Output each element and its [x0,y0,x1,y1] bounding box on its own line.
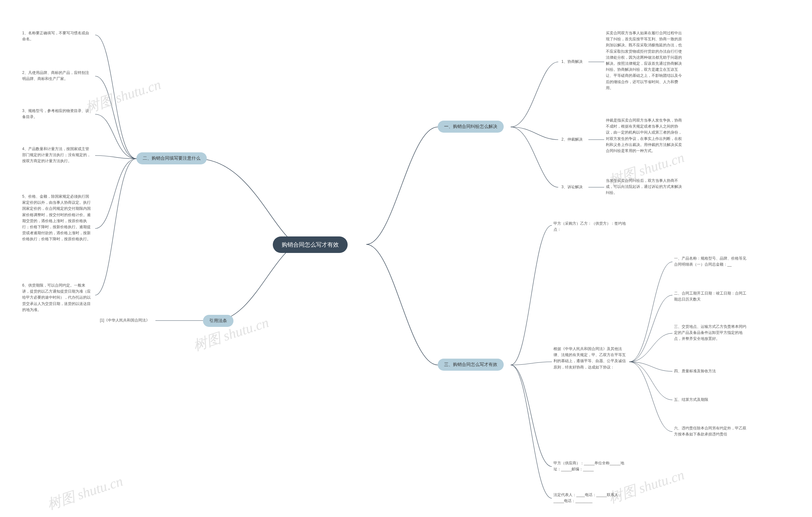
branch-n3[interactable]: 三、购销合同怎么写才有效 [438,359,504,371]
n3-item-c: 甲方（供应商）：_____单位全称_____地址：_____邮编：_____ [553,460,627,472]
n3-item-b-c4: 四、质量标准及验收方法 [674,368,716,374]
n2-item-c: 3、规格型号，参考相应的物资目录、设备目录。 [22,108,92,120]
ref-item-a: [1]《中华人民共和国合同法》 [100,317,150,323]
n3-item-b-intro: 根据《中华人民共和国合同法》及其他法律、法规的有关规定，甲、乙双方在平等互利的基… [553,346,627,371]
n1-item-a-desc: 买卖合同双方当事人如果在履行合同过程中出现了纠纷，首先应按平等互利、协商一致的原… [606,30,685,91]
watermark: 树图 shutu.cn [83,75,163,117]
branch-n1[interactable]: 一、购销合同纠纷怎么解决 [438,120,504,133]
n2-item-e: 5、价格、金额，除国家规定必须执行国家定价的以外，由当事人协商议定。执行国家定价… [22,194,92,243]
n3-item-b-c5: 五、结算方式及期限 [674,397,708,403]
n3-item-b-c3: 三、交货地点、运输方式乙方负责将本同约定的产品及备品备件运卸至甲方指定的地点，并… [674,324,747,342]
n3-item-d: 法定代表人：____电话：_____联系人：_____电话：________ [553,492,627,504]
center-node[interactable]: 购销合同怎么写才有效 [273,237,348,253]
n2-item-f: 6、供货期限，可以合同约定。一般来讲，提货的以乙方通知提货日期为准（应给甲方必要… [22,282,92,313]
n3-item-b-c1: 一、产品名称：规格型号、品牌、价格等见合同明细表（一）合同总金额：__ [674,255,747,268]
n1-item-c-label: 3、诉讼解决 [561,184,583,190]
n2-item-a: 1、名称要正确填写，不要写习惯名或自命名。 [22,30,92,42]
branch-n2[interactable]: 二、购销合同填写要注意什么 [136,152,207,164]
n3-item-a: 甲方（采购方）乙方：（供货方）：签约地点： [553,221,627,233]
n1-item-b-desc: 仲裁是指买卖合同双方当事人发生争执，协商不成时，根据有关规定或者当事人之间的协议… [606,117,685,154]
n1-item-a-label: 1、协商解决 [561,59,583,65]
n3-item-b-c6: 六、违约责任除本合同另有约定外，甲乙双方按本条如下条款承担违约责任 [674,425,747,437]
branch-ref[interactable]: 引用法条 [203,315,233,327]
n1-item-b-label: 2、仲裁解决 [561,136,583,142]
n3-item-b-c2: 二、合同工期开工日期：竣工日期：合同工期总日历天数天 [674,291,747,302]
n1-item-c-desc: 当发生买卖合同纠纷后，双方当事人协商不成，可以向法院起诉，通过诉讼的方式来解决纠… [606,178,685,196]
n2-item-d: 4、产品数量和计量方法，按国家或主管部门规定的计量方法执行；没有规定的，按双方商… [22,146,92,164]
watermark: 树图 shutu.cn [45,472,125,514]
n2-item-b: 2、凡使用品牌、商标的产品，应特别注明品牌、商标和生产厂家。 [22,70,92,82]
